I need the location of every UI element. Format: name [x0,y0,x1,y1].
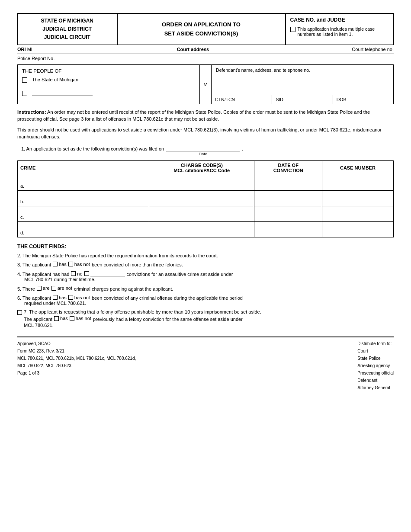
finding-3-has-checkbox[interactable] [53,262,58,266]
finding-7-line3: MCL 780.621. [24,323,394,328]
finding-4-blank-field [90,271,125,276]
state-line3: JUDICIAL CIRCUIT [44,34,90,40]
case-no-judge: CASE NO. and JUDGE This application incl… [286,14,394,45]
sid-label: SID [276,97,283,102]
crime-b-label: b. [18,190,149,206]
other-checkbox[interactable] [22,91,27,96]
finding-4-suffix2: MCL 780.621 during their lifetime. [24,277,96,282]
finding-4: 4. The applicant has had no convictions … [17,271,394,282]
state-line1: STATE OF MICHIGAN [41,18,93,24]
finding-7-line1: 7. The applicant is requesting that a fe… [24,309,394,314]
footer-content: Approved, SCAO Form MC 228, Rev. 3/21 MC… [17,337,394,391]
finding-4-line2: MCL 780.621 during their lifetime. [24,277,394,282]
multiple-case-text: This application includes multiple case … [298,26,389,37]
finding-4-no-checkbox[interactable] [71,271,76,276]
finding-3-has-label: has [59,262,67,267]
instructions-para1: Instructions: An order may not be entere… [17,109,394,123]
finding-7-has-label: has [60,316,68,321]
ori-block: ORI MI- [17,47,34,52]
instructions-text2: This order should not be used with appli… [17,126,394,141]
finding-2: 2. The Michigan State Police has reporte… [17,253,394,258]
finding-3-hasnot-label: has not [74,262,90,267]
finding-6-hasnot-label: has not [74,295,90,300]
crime-col-header: CRIME [18,160,149,175]
state-checkbox[interactable] [22,77,27,83]
finding-7-text-block: 7. The applicant is requesting that a fe… [24,309,394,328]
crime-a-label: a. [18,175,149,190]
vs-text: v [204,81,207,87]
finding-4-blank-checkbox[interactable] [84,271,89,276]
finding-5-are-checkbox[interactable] [37,286,42,291]
finding-7-has-checkbox[interactable] [54,316,59,321]
finding-3-hasnot-checkbox[interactable] [68,262,73,266]
finding-6-has-block: has [53,295,67,300]
other-blank [32,90,93,96]
date-a [254,175,322,190]
instructions-block: Instructions: An order may not be entere… [17,109,394,141]
people-right: Defendant's name, address, and telephone… [212,65,393,104]
crimes-table: CRIME CHARGE CODE(S) MCL citation/PACC C… [17,160,394,237]
footer-left: Approved, SCAO Form MC 228, Rev. 3/21 MC… [17,340,136,391]
finding-7-suffix: previously had a felony conviction for t… [93,317,243,322]
crime-header-text: CRIME [20,165,35,170]
finding-6-suffix1: been convicted of any criminal offense d… [92,295,243,301]
state-row: The State of Michigan [22,77,195,83]
ctn-label: CTN/TCN [215,97,235,102]
table-row: d. [18,221,394,237]
case-a [322,175,393,190]
court-address-label: Court address [177,47,209,52]
defendant-label: Defendant's name, address, and telephone… [216,67,310,73]
charge-c [149,206,254,221]
case-b [322,190,393,206]
order-title: ORDER ON APPLICATION TO SET ASIDE CONVIC… [117,14,286,45]
state-label: The State of Michigan [32,77,78,82]
date-field[interactable] [166,146,240,151]
footer-dist2: State Police [357,355,394,362]
finding-6: 6. The applicant has has not been convic… [17,295,394,306]
people-title: THE PEOPLE OF [22,68,195,74]
ori-row: ORI MI- Court address Court telephone no… [17,45,394,54]
date-col-header: DATE OF CONVICTION [254,160,322,175]
ori-label: ORI [17,47,26,52]
ctn-cell: CTN/TCN [212,95,272,104]
multiple-case-checkbox[interactable] [290,27,295,32]
id-row: CTN/TCN SID DOB [212,95,393,104]
multiple-case-line: This application includes multiple case … [290,26,389,37]
footer-mcl2: MCL 780.622, MCL 780.623 [17,362,136,369]
finding-5: 5. There are are not criminal charges pe… [17,285,394,292]
finding-6-has-checkbox[interactable] [53,295,58,300]
finding-6-suffix2: required under MCL 780.621. [24,301,86,306]
finding-6-hasnot-checkbox[interactable] [68,295,73,300]
state-line2: JUDICIAL DISTRICT [42,26,92,32]
finding-3: 3. The applicant has has not been convic… [17,262,394,268]
charge-a [149,175,254,190]
finding-5-are-block: are [37,285,50,291]
people-section: THE PEOPLE OF The State of Michigan v De… [17,64,394,104]
table-row: b. [18,190,394,206]
finding-3-hasnot-block: has not [68,262,90,267]
item-1-label: 1. An application to set aside the follo… [21,146,164,151]
finding-4-line1: 4. The applicant has had no convictions … [17,271,394,277]
vs-cell: v [200,65,212,104]
finding-7: 7. The applicant is requesting that a fe… [17,309,394,328]
finding-7-checkbox[interactable] [17,310,22,315]
charge-header-line1: CHARGE CODE(S) [181,163,223,168]
crime-c-label: c. [18,206,149,221]
finding-4-no-label: no [77,271,82,276]
date-header-line2: CONVICTION [273,168,303,173]
instructions-bold: Instructions: [17,109,46,115]
case-d [322,221,393,237]
finding-7-hasnot-label: has not [76,316,91,321]
footer-right: Distribute form to: Court State Police A… [357,340,394,391]
case-c [322,206,393,221]
finding-7-hasnot-checkbox[interactable] [70,316,74,321]
footer-dist1: Court [357,347,394,355]
mi-label: MI- [27,47,34,52]
case-col-header: CASE NUMBER [322,160,393,175]
footer-dist6: Attorney General [357,384,394,391]
finding-5-arenot-checkbox[interactable] [51,286,56,291]
footer-dist4: Prosecuting official [357,369,394,377]
finding-6-prefix: 6. The applicant [17,295,51,301]
case-label: CASE NO. and JUDGE [290,17,389,23]
finding-4-prefix: 4. The applicant has had [17,272,69,277]
